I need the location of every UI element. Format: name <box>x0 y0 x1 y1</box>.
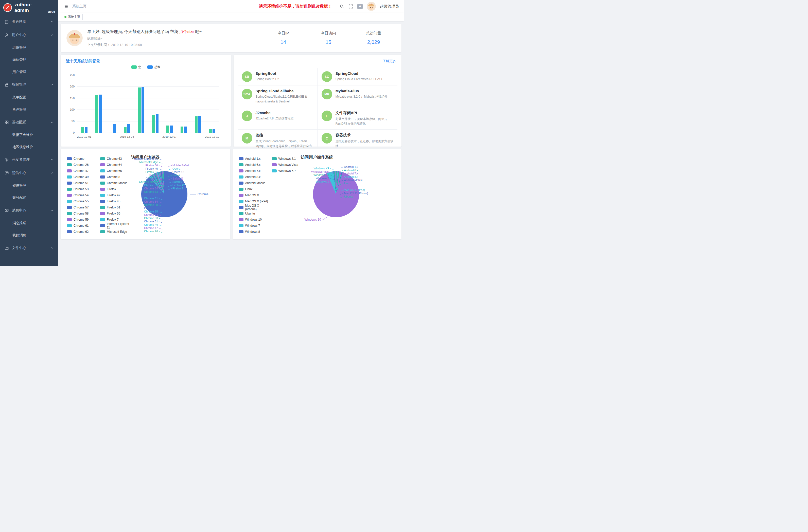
sidebar-item-must-read[interactable]: 务必详看 <box>0 15 58 29</box>
bar-2019-12-04-您[interactable] <box>124 127 127 133</box>
bar-2019-12-08-总数[interactable] <box>184 127 187 133</box>
legend-Internet Explorer 11[interactable]: Internet Explorer 11 <box>100 223 130 229</box>
breadcrumb[interactable]: 系统主页 <box>72 4 87 8</box>
legend-Firefox 42[interactable]: Firefox 42 <box>100 192 130 198</box>
legend-Mac OS X[interactable]: Mac OS X <box>239 192 268 198</box>
legend-Microsoft Edge[interactable]: Microsoft Edge <box>100 229 130 235</box>
legend-Chrome 65[interactable]: Chrome 65 <box>100 168 130 174</box>
legend-Chrome 62[interactable]: Chrome 62 <box>67 229 97 235</box>
legend-Chrome 55[interactable]: Chrome 55 <box>67 198 97 204</box>
legend-Chrome Mobile[interactable]: Chrome Mobile <box>100 180 130 186</box>
legend-您[interactable]: 您 <box>131 65 141 69</box>
legend-Firefox[interactable]: Firefox <box>100 186 130 192</box>
tab-home[interactable]: 系统主页 <box>62 14 83 20</box>
sidebar-item-permission[interactable]: 权限管理 <box>0 78 58 91</box>
bar-2019-12-07-总数[interactable] <box>170 126 173 133</box>
legend-Firefox 51[interactable]: Firefox 51 <box>100 204 130 210</box>
legend-Mac OS X (iPad)[interactable]: Mac OS X (iPad) <box>239 198 268 204</box>
legend-Chrome 64[interactable]: Chrome 64 <box>100 162 130 168</box>
legend-Firefox 7[interactable]: Firefox 7 <box>100 217 130 223</box>
legend-Firefox 56[interactable]: Firefox 56 <box>100 210 130 217</box>
search-button[interactable] <box>339 4 344 9</box>
greeting-info: 早上好, 超级管理员, 今天帮别人解决问题了吗 帮我 点个star 吧~ 疯狂加… <box>87 29 276 47</box>
sidebar-subitem-role-management[interactable]: 角色管理 <box>0 104 58 116</box>
sidebar-subitem-sms-management[interactable]: 短信管理 <box>0 180 58 192</box>
logo-row[interactable]: Z zuihou-admin cloud <box>0 0 58 15</box>
legend-Chrome 51[interactable]: Chrome 51 <box>67 180 97 186</box>
collapse-sidebar-button[interactable] <box>63 4 68 9</box>
legend-Chrome 54[interactable]: Chrome 54 <box>67 192 97 198</box>
bar-2019-12-04-总数[interactable] <box>127 124 130 133</box>
sidebar-subitem-dict-maintain[interactable]: 数据字典维护 <box>0 129 58 141</box>
legend-Windows XP[interactable]: Windows XP <box>272 168 301 174</box>
legend-Chrome 47[interactable]: Chrome 47 <box>67 168 97 174</box>
legend-Windows 10[interactable]: Windows 10 <box>239 217 268 223</box>
row-charts-top: 近十天系统访问记录 您总数 0501001502002502019-12-012… <box>61 55 402 147</box>
bar-2019-12-03-总数[interactable] <box>113 124 116 133</box>
os-pie-chart[interactable] <box>313 171 359 217</box>
legend-Android 8.x[interactable]: Android 8.x <box>239 174 268 180</box>
bar-2019-12-07-您[interactable] <box>166 126 169 133</box>
legend-Chrome 59[interactable]: Chrome 59 <box>67 217 97 223</box>
sidebar-subitem-my-messages[interactable]: 我的消息 <box>0 229 58 241</box>
bar-2019-12-08-您[interactable] <box>181 127 183 133</box>
sidebar-subitem-message-push[interactable]: 消息推送 <box>0 217 58 229</box>
legend-Chrome 53[interactable]: Chrome 53 <box>67 186 97 192</box>
stat-value[interactable]: 15 <box>321 39 336 45</box>
bar-chart[interactable]: 0501001502002502019-12-012019-12-042019-… <box>77 75 219 133</box>
legend-Chrome 57[interactable]: Chrome 57 <box>67 204 97 210</box>
bar-2019-12-09-总数[interactable] <box>198 116 201 133</box>
bar-2019-12-02-您[interactable] <box>95 95 98 133</box>
sidebar-item-sms-center[interactable]: 短信中心 <box>0 166 58 180</box>
bar-2019-12-01-您[interactable] <box>81 127 84 133</box>
legend-Android 7.x[interactable]: Android 7.x <box>239 168 268 174</box>
legend-总数[interactable]: 总数 <box>147 65 160 69</box>
bar-2019-12-06-总数[interactable] <box>156 114 159 133</box>
bar-2019-12-09-您[interactable] <box>195 116 198 133</box>
sidebar-subitem-area-maintain[interactable]: 地区信息维护 <box>0 141 58 153</box>
sidebar-subitem-user-management[interactable]: 用户管理 <box>0 66 58 78</box>
legend-Ubuntu[interactable]: Ubuntu <box>239 210 268 217</box>
sidebar-subitem-post-management[interactable]: 岗位管理 <box>0 54 58 66</box>
sidebar-subitem-org-management[interactable]: 组织管理 <box>0 41 58 54</box>
fullscreen-button[interactable] <box>348 4 353 9</box>
legend-Chrome 61[interactable]: Chrome 61 <box>67 223 97 229</box>
bar-2019-12-02-总数[interactable] <box>99 95 102 133</box>
sidebar-item-file-center[interactable]: 文件中心 <box>0 241 58 255</box>
current-user-name[interactable]: 超级管理员 <box>380 4 399 9</box>
bar-2019-12-10-总数[interactable] <box>213 129 215 133</box>
legend-Windows 8[interactable]: Windows 8 <box>239 229 268 235</box>
sidebar-item-user-center[interactable]: 用户中心 <box>0 29 58 41</box>
legend-Windows 7[interactable]: Windows 7 <box>239 223 268 229</box>
bar-series[interactable] <box>77 75 219 133</box>
sidebar-item-developer[interactable]: 开发者管理 <box>0 153 58 166</box>
avatar[interactable] <box>367 2 376 11</box>
legend-Chrome 8[interactable]: Chrome 8 <box>100 174 130 180</box>
stat-value[interactable]: 14 <box>276 39 291 45</box>
sidebar-item-message-center[interactable]: 消息中心 <box>0 204 58 217</box>
legend-Android Mobile[interactable]: Android Mobile <box>239 180 268 186</box>
font-size-icon[interactable]: A <box>357 4 363 9</box>
browser-pie-chart[interactable] <box>141 171 187 217</box>
browser-pie-card: 访问用户浏览器 ChromeChrome 26Chrome 47Chrome 4… <box>61 149 230 239</box>
sidebar-item-base-config[interactable]: 基础配置 <box>0 116 58 129</box>
bar-2019-12-01-总数[interactable] <box>85 127 88 133</box>
sidebar-subitem-menu-config[interactable]: 菜单配置 <box>0 91 58 104</box>
legend-Mac OS X (iPhone)[interactable]: Mac OS X (iPhone) <box>239 204 268 210</box>
bar-2019-12-05-您[interactable] <box>138 88 141 133</box>
bar-2019-12-10-您[interactable] <box>209 129 212 133</box>
legend-Chrome 58[interactable]: Chrome 58 <box>67 210 97 217</box>
legend-Android 6.x[interactable]: Android 6.x <box>239 162 268 168</box>
star-link[interactable]: 点个star <box>179 30 194 34</box>
bar-2019-12-05-总数[interactable] <box>142 87 144 133</box>
sidebar-subitem-account-config[interactable]: 账号配置 <box>0 192 58 204</box>
legend-Chrome 49[interactable]: Chrome 49 <box>67 174 97 180</box>
bar-2019-12-06-您[interactable] <box>152 115 155 133</box>
learn-more-link[interactable]: 了解更多 <box>383 59 396 63</box>
legend-Linux[interactable]: Linux <box>239 186 268 192</box>
legend-Firefox 45[interactable]: Firefox 45 <box>100 198 130 204</box>
legend-Windows Vista[interactable]: Windows Vista <box>272 162 301 168</box>
stat-value[interactable]: 2,029 <box>366 39 381 45</box>
legend-Chrome 26[interactable]: Chrome 26 <box>67 162 97 168</box>
legend-label: Chrome 59 <box>74 218 89 221</box>
